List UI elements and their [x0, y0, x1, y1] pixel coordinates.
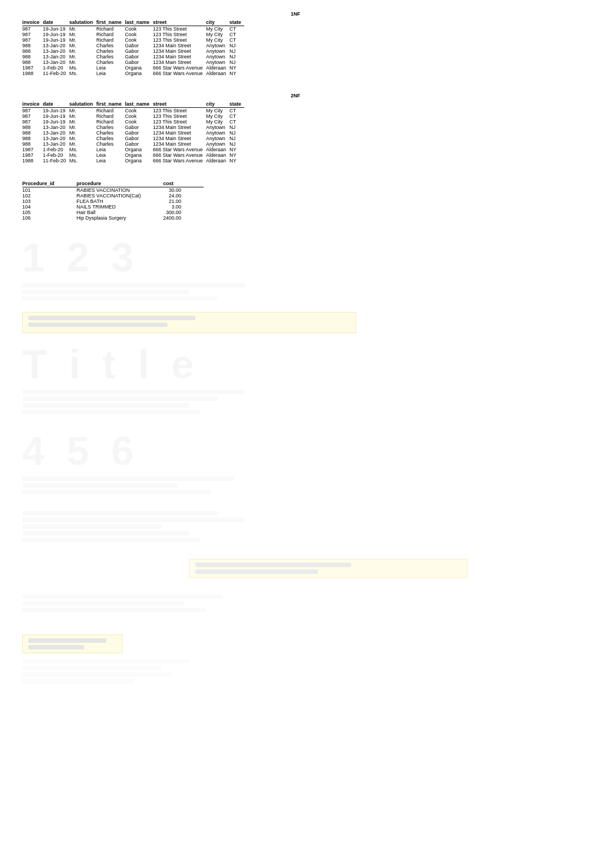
blurred-area-2: T i t l e: [22, 344, 569, 414]
table-cell: My City: [206, 37, 229, 43]
section-1nf-label: 1NF: [290, 11, 300, 17]
table-cell: 988: [22, 141, 43, 147]
table-cell: Richard: [96, 119, 125, 125]
table-cell: Charles: [96, 54, 125, 59]
table-cell: My City: [206, 119, 229, 125]
table-cell: Mr.: [70, 54, 97, 59]
table-2nf: invoicedatesalutationfirst_namelast_name…: [22, 101, 244, 163]
section-2nf: 2NF invoicedatesalutationfirst_namelast_…: [22, 93, 569, 163]
table-cell: Anytown: [206, 54, 229, 59]
table-cell: Cook: [125, 113, 153, 119]
table-cell: Mr.: [70, 32, 97, 37]
table-cell: Mr.: [70, 108, 97, 114]
table-cell: Alderaan: [206, 71, 229, 76]
table-cell: Hair Ball: [77, 210, 164, 215]
table-cell: 2400.00: [163, 215, 204, 221]
table-row: 98813-Jan-20Mr.CharlesGabor1234 Main Str…: [22, 130, 244, 136]
table-row: 19871-Feb-20Ms.LeiaOrgana666 Star Wars A…: [22, 147, 244, 152]
table-cell: 1234 Main Street: [153, 48, 206, 54]
table-cell: 987: [22, 32, 43, 37]
col-header-city: city: [206, 101, 229, 108]
table-cell: 13-Jan-20: [43, 43, 70, 48]
table-row: 98813-Jan-20Mr.CharlesGabor1234 Main Str…: [22, 136, 244, 141]
table-cell: NY: [229, 152, 244, 158]
table-cell: Organa: [125, 65, 153, 71]
table-cell: My City: [206, 26, 229, 32]
table-cell: 24.00: [163, 193, 204, 199]
table-cell: Charles: [96, 130, 125, 136]
table-cell: NY: [229, 65, 244, 71]
table-cell: Gabor: [125, 141, 153, 147]
table-cell: 19-Jun-19: [43, 119, 70, 125]
table-cell: Alderaan: [206, 65, 229, 71]
table-row: 98719-Jun-19Mr.RichardCook123 This Stree…: [22, 32, 244, 37]
table-cell: 123 This Street: [153, 119, 206, 125]
table-cell: 988: [22, 43, 43, 48]
table-cell: 30.00: [163, 187, 204, 194]
col-header-invoice: invoice: [22, 19, 43, 26]
table-cell: 13-Jan-20: [43, 54, 70, 59]
table-cell: My City: [206, 108, 229, 114]
table-cell: Mr.: [70, 37, 97, 43]
table-cell: 13-Jan-20: [43, 141, 70, 147]
table-cell: NJ: [229, 130, 244, 136]
table-cell: 987: [22, 37, 43, 43]
table-cell: Mr.: [70, 26, 97, 32]
table-cell: 1-Feb-20: [43, 152, 70, 158]
table-cell: Leia: [96, 147, 125, 152]
table-cell: Richard: [96, 108, 125, 114]
table-cell: 13-Jan-20: [43, 59, 70, 65]
table-row: 19871-Feb-20Ms.LeiaOrgana666 Star Wars A…: [22, 65, 244, 71]
table-cell: 1988: [22, 71, 43, 76]
table-cell: 988: [22, 54, 43, 59]
table-cell: 987: [22, 26, 43, 32]
table-cell: NY: [229, 158, 244, 163]
table-cell: Richard: [96, 26, 125, 32]
blurred-area-6: [22, 659, 569, 683]
table-cell: Hip Dysplasia Surgery: [77, 215, 164, 221]
table-cell: 988: [22, 130, 43, 136]
table-cell: Gabor: [125, 130, 153, 136]
col-header-invoice: invoice: [22, 101, 43, 108]
table-cell: NJ: [229, 48, 244, 54]
table-cell: Charles: [96, 48, 125, 54]
table-cell: 1987: [22, 152, 43, 158]
col-header-state: state: [229, 101, 244, 108]
table-cell: 1234 Main Street: [153, 59, 206, 65]
table-cell: 19-Jun-19: [43, 26, 70, 32]
table-row: 104NAILS TRIMMED3.00: [22, 204, 204, 210]
table-cell: CT: [229, 119, 244, 125]
col-header-salutation: salutation: [70, 19, 97, 26]
table-cell: 1234 Main Street: [153, 136, 206, 141]
table-cell: NJ: [229, 59, 244, 65]
table-row: 198811-Feb-20Ms.LeiaOrgana666 Star Wars …: [22, 158, 244, 163]
table-row: 106Hip Dysplasia Surgery2400.00: [22, 215, 204, 221]
table-cell: 988: [22, 59, 43, 65]
table-row: 98719-Jun-19Mr.RichardCook123 This Stree…: [22, 37, 244, 43]
table-cell: 1234 Main Street: [153, 54, 206, 59]
table-cell: Leia: [96, 152, 125, 158]
table-cell: 11-Feb-20: [43, 158, 70, 163]
highlight-section-3: [22, 634, 122, 653]
table-row: 98813-Jan-20Mr.CharlesGabor1234 Main Str…: [22, 125, 244, 130]
table-cell: Leia: [96, 71, 125, 76]
table-cell: Cook: [125, 37, 153, 43]
col-header-procedure: procedure: [77, 180, 164, 187]
table-cell: RABIES VACCINATION: [77, 187, 164, 194]
table-cell: 105: [22, 210, 77, 215]
table-cell: 101: [22, 187, 77, 194]
table-cell: Anytown: [206, 48, 229, 54]
table-cell: Gabor: [125, 48, 153, 54]
col-header-date: date: [43, 19, 70, 26]
table-cell: 11-Feb-20: [43, 71, 70, 76]
table-cell: 987: [22, 119, 43, 125]
table-cell: 19-Jun-19: [43, 108, 70, 114]
table-cell: RABIES VACCINATION(Cat): [77, 193, 164, 199]
table-cell: NJ: [229, 136, 244, 141]
table-cell: 123 This Street: [153, 113, 206, 119]
section-2nf-label: 2NF: [290, 93, 300, 98]
table-cell: 1234 Main Street: [153, 43, 206, 48]
table-cell: Charles: [96, 136, 125, 141]
table-cell: 13-Jan-20: [43, 48, 70, 54]
blurred-area-5: [22, 594, 569, 612]
